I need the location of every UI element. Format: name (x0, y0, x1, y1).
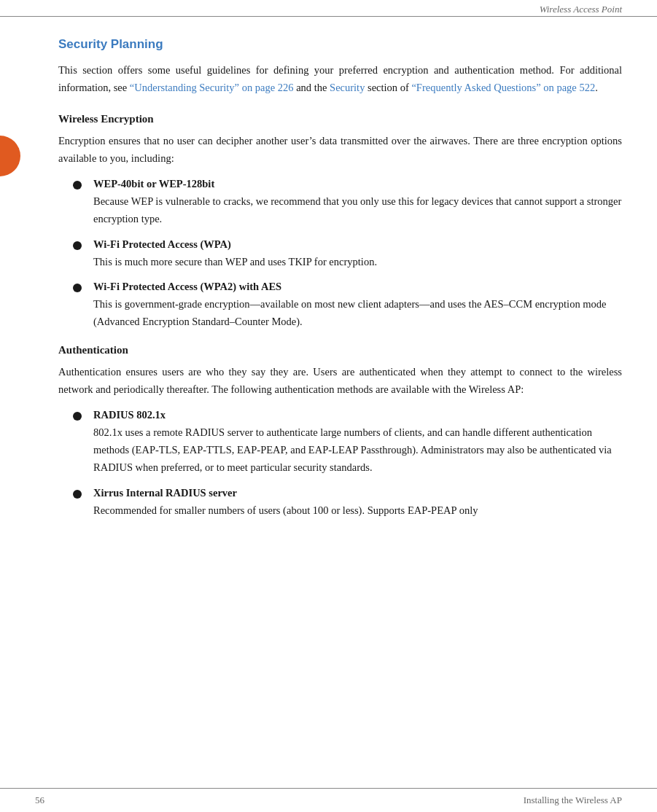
bullet-title: WEP-40bit or WEP-128bit (93, 178, 622, 190)
footer-chapter-title: Installing the Wireless AP (524, 795, 622, 806)
footer: 56 Installing the Wireless AP (0, 788, 657, 812)
link-understanding-security[interactable]: “Understanding Security” on page 226 (130, 82, 294, 93)
bullet-desc: This is government-grade encryption—avai… (93, 298, 607, 327)
bullet-title: Wi-Fi Protected Access (WPA) (93, 238, 622, 251)
bullet-dot (73, 241, 82, 250)
wireless-encryption-heading: Wireless Encryption (58, 113, 622, 125)
bullet-desc: Recommended for smaller numbers of users… (93, 504, 478, 516)
bullet-content: Xirrus Internal RADIUS server Recommende… (93, 487, 622, 520)
list-item: Wi-Fi Protected Access (WPA2) with AES T… (73, 281, 622, 331)
bullet-dot (73, 412, 82, 421)
orange-circle-decoration (0, 136, 20, 176)
list-item: WEP-40bit or WEP-128bit Because WEP is v… (73, 178, 622, 228)
bullet-desc: Because WEP is vulnerable to cracks, we … (93, 195, 621, 225)
list-item: Xirrus Internal RADIUS server Recommende… (73, 487, 622, 520)
authentication-list: RADIUS 802.1x 802.1x uses a remote RADIU… (73, 409, 622, 520)
bullet-title: RADIUS 802.1x (93, 409, 622, 421)
main-content: Security Planning This section offers so… (0, 15, 657, 577)
link-faq[interactable]: “Frequently Asked Questions” on page 522 (411, 82, 595, 93)
intro-paragraph: This section offers some useful guidelin… (58, 62, 622, 97)
bullet-title: Wi-Fi Protected Access (WPA2) with AES (93, 281, 622, 293)
bullet-content: WEP-40bit or WEP-128bit Because WEP is v… (93, 178, 622, 228)
bullet-desc: This is much more secure than WEP and us… (93, 256, 377, 268)
authentication-section: Authentication Authentication ensures us… (58, 344, 622, 520)
bullet-content: Wi-Fi Protected Access (WPA) This is muc… (93, 238, 622, 271)
authentication-heading: Authentication (58, 344, 622, 356)
bullet-dot (73, 284, 82, 292)
list-item: RADIUS 802.1x 802.1x uses a remote RADIU… (73, 409, 622, 477)
wireless-encryption-section: Wireless Encryption Encryption ensures t… (58, 113, 622, 331)
bullet-content: Wi-Fi Protected Access (WPA2) with AES T… (93, 281, 622, 331)
footer-page-number: 56 (35, 795, 44, 806)
authentication-body: Authentication ensures users are who the… (58, 364, 622, 399)
bullet-desc: 802.1x uses a remote RADIUS server to au… (93, 426, 612, 473)
bullet-dot (73, 181, 82, 190)
wireless-encryption-list: WEP-40bit or WEP-128bit Because WEP is v… (73, 178, 622, 332)
wireless-encryption-body: Encryption ensures that no user can deci… (58, 133, 622, 168)
link-security[interactable]: Security (330, 82, 365, 93)
list-item: Wi-Fi Protected Access (WPA) This is muc… (73, 238, 622, 271)
bullet-content: RADIUS 802.1x 802.1x uses a remote RADIU… (93, 409, 622, 477)
bullet-dot (73, 490, 82, 499)
page-title: Security Planning (58, 37, 622, 52)
bullet-title: Xirrus Internal RADIUS server (93, 487, 622, 499)
header-right: Wireless Access Point (0, 0, 657, 15)
